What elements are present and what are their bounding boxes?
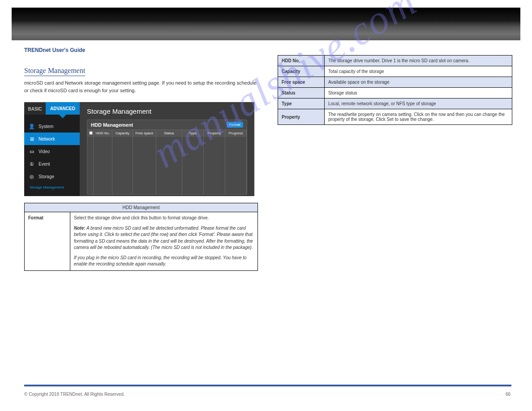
hdd-col-capacity: Capacity	[112, 130, 133, 137]
hdd-col-type: Type	[182, 130, 204, 137]
hdd-description-table: HDD Management Format Select the storage…	[24, 203, 258, 271]
screenshot-menu: 👤 System ⊞ Network ▭ Video ① Event ◎	[24, 115, 80, 189]
sidebar-item-storage[interactable]: ◎ Storage	[24, 170, 80, 183]
sidebar-item-video[interactable]: ▭ Video	[24, 145, 80, 158]
hdd-col-freespace: Free space	[133, 130, 156, 137]
fld-label-property: Property	[278, 109, 325, 125]
desc-note-body: A brand new micro SD card will be detect…	[74, 226, 253, 250]
fld-value-type: Local, remote network storage, or NFS ty…	[325, 98, 512, 109]
fld-value-hddno: The storage drive number. Drive 1 is the…	[325, 56, 512, 66]
sidebar-subitem-storage-management[interactable]: Storage Management	[24, 185, 80, 189]
storage-icon: ◎	[29, 173, 35, 180]
desc-table-header: HDD Management	[25, 203, 258, 212]
sidebar-item-event[interactable]: ① Event	[24, 158, 80, 170]
hdd-table-body	[87, 137, 247, 194]
section-description: microSD card and Network storage managem…	[24, 79, 259, 94]
hdd-col-checkbox[interactable]	[87, 130, 94, 137]
fld-label-hddno: HDD No.	[278, 56, 325, 66]
header-banner	[12, 8, 520, 40]
hdd-panel-title: HDD Management	[91, 122, 133, 128]
document-title: TRENDnet User's Guide	[24, 47, 259, 53]
sidebar-item-label: Network	[39, 137, 55, 141]
hdd-col-progress: Progress	[225, 130, 247, 137]
fld-value-property: The read/write property on camera settin…	[325, 109, 512, 125]
camera-icon: ▭	[29, 148, 35, 154]
format-button[interactable]: Format	[227, 122, 243, 128]
desc-body-intro: Select the storage drive and click this …	[74, 215, 209, 220]
tab-basic[interactable]: BASIC	[24, 102, 46, 115]
sidebar-item-label: Event	[39, 162, 50, 167]
desc-note-label: Note:	[74, 226, 86, 231]
fld-value-freespace: Available space on the storage	[325, 77, 512, 88]
left-column: TRENDnet User's Guide Storage Management…	[24, 47, 259, 271]
hdd-col-status: Status	[156, 130, 182, 137]
hdd-col-no: HDD No.	[94, 130, 112, 137]
fld-label-capacity: Capacity	[278, 66, 325, 77]
alert-icon: ①	[29, 161, 35, 167]
footer-divider	[24, 385, 511, 386]
sidebar-item-label: Storage	[39, 174, 54, 179]
sidebar-item-label: System	[39, 124, 53, 129]
footer-copyright: © Copyright 2018 TRENDnet. All Rights Re…	[24, 392, 125, 397]
fld-label-type: Type	[278, 98, 325, 109]
hdd-table-header: HDD No. Capacity Free space Status Type …	[87, 130, 247, 137]
select-all-checkbox[interactable]	[89, 131, 93, 135]
fld-value-capacity: Total capacity of the storage	[325, 66, 512, 77]
fld-label-status: Status	[278, 88, 325, 98]
sidebar-item-network[interactable]: ⊞ Network	[24, 133, 80, 145]
sidebar-item-system[interactable]: 👤 System	[24, 120, 80, 133]
fld-label-freespace: Free space	[278, 77, 325, 88]
desc-row-body: Select the storage drive and click this …	[70, 212, 258, 271]
desc-note-secondary: If you plug in the micro SD card in reco…	[74, 255, 254, 268]
screenshot-sidebar: BASIC ADVANCED 👤 System ⊞ Network ▭ Vide…	[24, 102, 80, 196]
ui-screenshot: BASIC ADVANCED 👤 System ⊞ Network ▭ Vide…	[24, 102, 254, 196]
section-heading: Storage Management	[24, 67, 259, 75]
desc-row-label: Format	[25, 212, 70, 271]
screenshot-tabs: BASIC ADVANCED	[24, 102, 80, 115]
fld-value-status: Storage status	[325, 88, 512, 98]
screenshot-page-title: Storage Management	[87, 107, 247, 115]
person-icon: 👤	[29, 123, 35, 129]
hdd-panel-header: HDD Management Format	[87, 120, 247, 130]
screenshot-main: Storage Management HDD Management Format…	[80, 102, 254, 196]
tab-advanced[interactable]: ADVANCED	[46, 102, 80, 115]
footer-page-number: 66	[506, 392, 511, 397]
network-icon: ⊞	[29, 136, 35, 142]
field-description-table: HDD No. The storage drive number. Drive …	[278, 55, 512, 125]
hdd-col-property: Property	[204, 130, 225, 137]
right-column: HDD No. The storage drive number. Drive …	[278, 47, 512, 125]
sidebar-item-label: Video	[39, 149, 50, 154]
hdd-panel: HDD Management Format HDD No. Capacity F…	[87, 120, 247, 195]
